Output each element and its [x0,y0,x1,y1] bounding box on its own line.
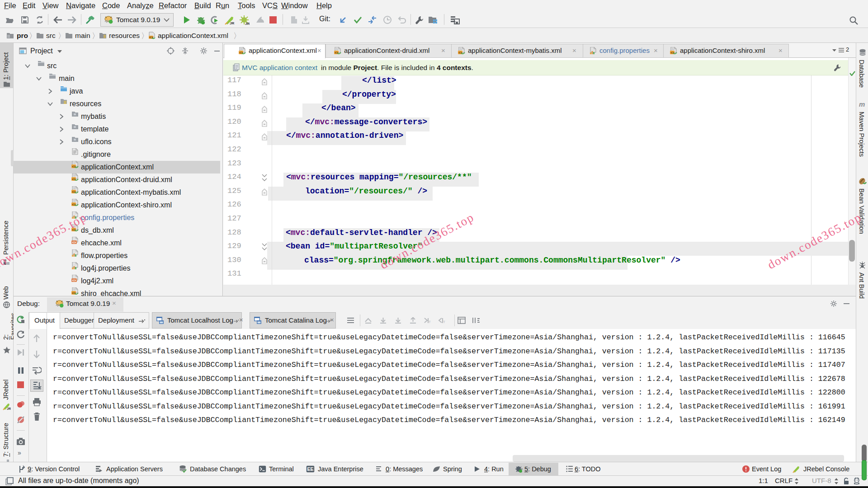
svg-text:T: T [443,320,445,324]
svg-text:EE: EE [307,466,313,472]
svg-text:JR: JR [245,22,250,25]
svg-text:T: T [429,320,431,324]
svg-text:JR: JR [230,21,234,25]
svg-text:m: m [859,101,865,108]
svg-text:JR: JR [7,407,11,410]
